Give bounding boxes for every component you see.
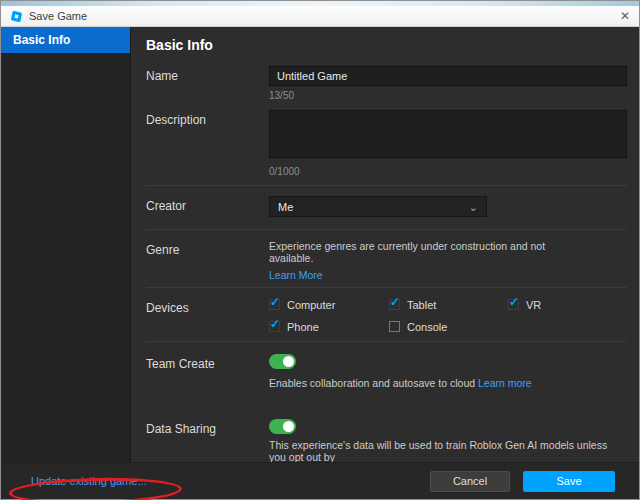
footer-bar: Update existing game... Cancel Save <box>1 462 639 499</box>
name-input[interactable] <box>269 66 627 86</box>
footer-buttons: Cancel Save <box>430 471 615 492</box>
checkbox-tablet[interactable]: ✓ Tablet <box>389 298 508 311</box>
chevron-down-icon: ⌄ <box>469 202 478 212</box>
data-sharing-text-line1: This experience's data will be used to t… <box>269 440 627 462</box>
description-section: Description 0/1000 <box>146 110 627 177</box>
checkbox-console[interactable]: ✓ Console <box>389 320 508 333</box>
genre-text-line1: Experience genres are currently under co… <box>269 240 627 252</box>
titlebar: Save Game ✕ <box>1 6 639 27</box>
checkbox-vr[interactable]: ✓ VR <box>508 298 627 311</box>
description-label: Description <box>146 110 269 128</box>
close-icon[interactable]: ✕ <box>620 10 630 22</box>
roblox-studio-icon <box>10 10 23 23</box>
section-divider <box>146 185 627 186</box>
genre-section: Genre Experience genres are currently un… <box>146 240 627 283</box>
data-sharing-toggle[interactable] <box>269 419 296 434</box>
checkbox-box: ✓ <box>269 321 280 332</box>
section-divider <box>146 341 627 342</box>
description-counter: 0/1000 <box>269 166 627 177</box>
checkbox-box: ✓ <box>389 321 400 332</box>
sidebar-item-basic-info[interactable]: Basic Info <box>1 27 130 53</box>
update-existing-game-link[interactable]: Update existing game... <box>31 475 147 487</box>
sidebar: Basic Info <box>1 27 131 462</box>
team-create-toggle[interactable] <box>269 354 296 369</box>
cancel-button[interactable]: Cancel <box>430 471 510 492</box>
devices-section: Devices ✓ Computer ✓ Tablet ✓ VR <box>146 298 627 333</box>
main-panel: Basic Info Name 13/50 Description 0/1000 <box>131 27 639 462</box>
page-title: Basic Info <box>146 37 627 53</box>
checkbox-label: VR <box>526 299 541 311</box>
checkbox-label: Computer <box>287 299 335 311</box>
team-create-section: Team Create Enables collaboration and au… <box>146 354 627 389</box>
data-sharing-label: Data Sharing <box>146 419 269 437</box>
name-counter: 13/50 <box>269 90 627 101</box>
save-game-dialog: Save Game ✕ Basic Info Basic Info Name 1… <box>0 0 640 500</box>
team-create-caption-text: Enables collaboration and autosave to cl… <box>269 377 475 389</box>
genre-learn-more-link[interactable]: Learn More <box>269 269 323 281</box>
creator-select[interactable]: Me ⌄ <box>269 196 487 217</box>
data-sharing-section: Data Sharing This experience's data will… <box>146 419 627 462</box>
check-icon: ✓ <box>270 296 280 308</box>
check-icon: ✓ <box>509 296 519 308</box>
section-divider <box>146 229 627 230</box>
checkbox-box: ✓ <box>389 299 400 310</box>
genre-text-line2: available. <box>269 252 627 264</box>
creator-section: Creator Me ⌄ <box>146 196 627 217</box>
team-create-caption: Enables collaboration and autosave to cl… <box>269 377 627 389</box>
checkbox-label: Phone <box>287 321 319 333</box>
check-icon: ✓ <box>270 318 280 330</box>
check-icon: ✓ <box>390 296 400 308</box>
checkbox-label: Console <box>407 321 447 333</box>
checkbox-box: ✓ <box>508 299 519 310</box>
description-input[interactable] <box>269 110 627 158</box>
section-divider <box>146 287 627 288</box>
devices-grid: ✓ Computer ✓ Tablet ✓ VR ✓ Phone <box>269 298 627 333</box>
toggle-knob <box>283 421 294 432</box>
team-create-learn-more-link[interactable]: Learn more <box>478 377 532 389</box>
checkbox-computer[interactable]: ✓ Computer <box>269 298 389 311</box>
genre-label: Genre <box>146 240 269 258</box>
team-create-label: Team Create <box>146 354 269 372</box>
save-button[interactable]: Save <box>523 471 615 492</box>
checkbox-phone[interactable]: ✓ Phone <box>269 320 389 333</box>
toggle-knob <box>283 356 294 367</box>
creator-label: Creator <box>146 196 269 214</box>
checkbox-box: ✓ <box>269 299 280 310</box>
creator-selected-value: Me <box>278 201 293 213</box>
devices-label: Devices <box>146 298 269 316</box>
window-title: Save Game <box>29 10 87 22</box>
checkbox-label: Tablet <box>407 299 436 311</box>
name-label: Name <box>146 66 269 84</box>
data-sharing-caption: This experience's data will be used to t… <box>269 440 627 462</box>
name-section: Name 13/50 <box>146 66 627 101</box>
